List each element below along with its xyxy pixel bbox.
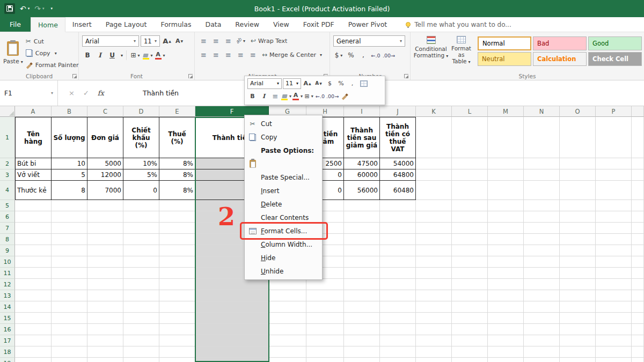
- cell-L12[interactable]: [452, 279, 488, 290]
- cell-N12[interactable]: [524, 279, 560, 290]
- row-header-15[interactable]: 15: [0, 313, 15, 324]
- column-header-O[interactable]: O: [560, 106, 596, 117]
- cell-I3[interactable]: 60000: [344, 169, 380, 181]
- cell-A1[interactable]: Tên hàng: [15, 117, 52, 158]
- cell-K9[interactable]: [416, 245, 452, 256]
- cell-P4[interactable]: [596, 181, 632, 200]
- cell-A4[interactable]: Thước kẻ: [15, 181, 52, 200]
- font-name-select[interactable]: Arial▾: [82, 35, 139, 47]
- cell-P14[interactable]: [596, 301, 632, 313]
- decrease-decimal-button[interactable]: .00→: [383, 50, 395, 61]
- redo-button[interactable]: ↷▾: [34, 5, 44, 12]
- font-dialog-launcher[interactable]: [188, 74, 193, 78]
- cell-K18[interactable]: [416, 346, 452, 358]
- font-color-button[interactable]: A▾: [155, 50, 165, 61]
- cell-O10[interactable]: [560, 256, 596, 268]
- mini-bold-button[interactable]: B: [247, 91, 258, 101]
- cell-J11[interactable]: [380, 268, 416, 279]
- cell-J9[interactable]: [380, 245, 416, 256]
- cell-x4[interactable]: [632, 181, 644, 200]
- cell-x6[interactable]: [632, 211, 644, 223]
- cell-x3[interactable]: [632, 169, 644, 181]
- cell-C12[interactable]: [87, 279, 123, 290]
- cell-C13[interactable]: [87, 290, 123, 301]
- cell-C19[interactable]: [87, 358, 123, 362]
- cell-K8[interactable]: [416, 234, 452, 245]
- cell-O8[interactable]: [560, 234, 596, 245]
- cell-J17[interactable]: [380, 335, 416, 346]
- cell-B15[interactable]: [52, 313, 87, 324]
- cell-D10[interactable]: [123, 256, 159, 268]
- style-chip-good[interactable]: Good: [588, 36, 642, 50]
- cell-E8[interactable]: [159, 234, 195, 245]
- tab-power-pivot[interactable]: Power Pivot: [341, 17, 394, 32]
- cell-I4[interactable]: 56000: [344, 181, 380, 200]
- save-button[interactable]: [4, 3, 15, 14]
- mini-decrease-font-button[interactable]: A▼: [313, 78, 324, 88]
- conditional-formatting-button[interactable]: Conditional Formatting▾: [414, 34, 448, 71]
- cell-E2[interactable]: 8%: [159, 158, 195, 169]
- cell-N15[interactable]: [524, 313, 560, 324]
- tab-view[interactable]: View: [266, 17, 296, 32]
- cut-button[interactable]: ✂Cut: [26, 36, 79, 47]
- cell-G18[interactable]: [269, 346, 306, 358]
- cell-N19[interactable]: [524, 358, 560, 362]
- middle-align-button[interactable]: ≡: [210, 35, 221, 46]
- cell-P3[interactable]: [596, 169, 632, 181]
- cell-J10[interactable]: [380, 256, 416, 268]
- cell-x11[interactable]: [632, 268, 644, 279]
- cell-L18[interactable]: [452, 346, 488, 358]
- wrap-text-button[interactable]: ↩Wrap Text: [251, 37, 287, 45]
- cell-K6[interactable]: [416, 211, 452, 223]
- cell-E18[interactable]: [159, 346, 195, 358]
- style-chip-calculation[interactable]: Calculation: [533, 52, 587, 66]
- cell-C2[interactable]: 5000: [87, 158, 123, 169]
- cell-N17[interactable]: [524, 335, 560, 346]
- paste-button[interactable]: Paste▾: [3, 34, 23, 71]
- cell-B16[interactable]: [52, 324, 87, 335]
- cell-H16[interactable]: [306, 324, 344, 335]
- cell-L8[interactable]: [452, 234, 488, 245]
- cell-A18[interactable]: [15, 346, 52, 358]
- cell-x8[interactable]: [632, 234, 644, 245]
- cell-L13[interactable]: [452, 290, 488, 301]
- cell-A17[interactable]: [15, 335, 52, 346]
- decrease-font-button[interactable]: A▼: [174, 36, 185, 47]
- cell-P10[interactable]: [596, 256, 632, 268]
- cell-O14[interactable]: [560, 301, 596, 313]
- cell-L15[interactable]: [452, 313, 488, 324]
- cell-J3[interactable]: 64800: [380, 169, 416, 181]
- cell-D15[interactable]: [123, 313, 159, 324]
- cell-E12[interactable]: [159, 279, 195, 290]
- cell-P17[interactable]: [596, 335, 632, 346]
- cell-N4[interactable]: [524, 181, 560, 200]
- column-header-I[interactable]: I: [344, 106, 380, 117]
- cell-M11[interactable]: [488, 268, 524, 279]
- cell-I11[interactable]: [344, 268, 380, 279]
- cell-C1[interactable]: Đơn giá: [87, 117, 123, 158]
- cell-P6[interactable]: [596, 211, 632, 223]
- context-menu-item-cut[interactable]: ✂Cut: [245, 117, 322, 130]
- cell-K10[interactable]: [416, 256, 452, 268]
- cell-N7[interactable]: [524, 223, 560, 234]
- cell-G13[interactable]: [269, 290, 306, 301]
- cell-N3[interactable]: [524, 169, 560, 181]
- cell-J8[interactable]: [380, 234, 416, 245]
- mini-format-painter-button[interactable]: [340, 91, 350, 101]
- cell-G19[interactable]: [269, 358, 306, 362]
- cell-E7[interactable]: [159, 223, 195, 234]
- cell-O13[interactable]: [560, 290, 596, 301]
- cell-A14[interactable]: [15, 301, 52, 313]
- cell-B17[interactable]: [52, 335, 87, 346]
- cell-L10[interactable]: [452, 256, 488, 268]
- name-box[interactable]: F1▾: [0, 80, 58, 106]
- cell-D16[interactable]: [123, 324, 159, 335]
- row-header-16[interactable]: 16: [0, 324, 15, 335]
- row-header-12[interactable]: 12: [0, 279, 15, 290]
- cell-I17[interactable]: [344, 335, 380, 346]
- cell-x15[interactable]: [632, 313, 644, 324]
- cell-K16[interactable]: [416, 324, 452, 335]
- cell-O6[interactable]: [560, 211, 596, 223]
- cell-x16[interactable]: [632, 324, 644, 335]
- top-align-button[interactable]: ≡: [198, 35, 209, 46]
